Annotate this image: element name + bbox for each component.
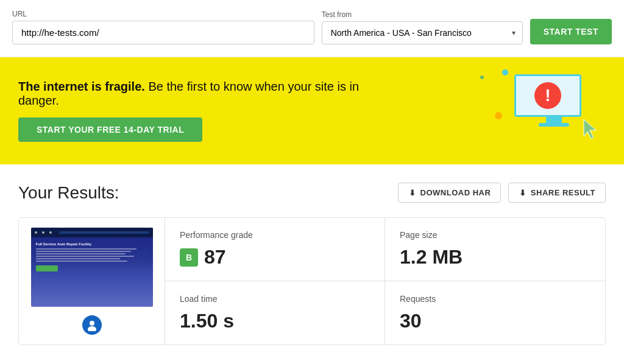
test-from-label: Test from (322, 10, 523, 19)
metrics-grid: Performance grade B 87 Page size 1.2 MB … (165, 218, 605, 345)
cursor-icon (581, 118, 600, 142)
site-name-text: Full Service Auto Repair Facility (36, 242, 148, 246)
requests-number: 30 (400, 310, 422, 332)
test-from-group: Test from North America - USA - San Fran… (322, 10, 523, 44)
text-line (36, 261, 128, 262)
svg-marker-0 (584, 119, 596, 139)
page-size-cell: Page size 1.2 MB (385, 218, 605, 281)
header-section: URL Test from North America - USA - San … (0, 0, 624, 57)
monitor-screen: ! (514, 74, 581, 117)
grade-badge: B (180, 248, 198, 267)
load-time-number: 1.50 s (180, 310, 234, 332)
text-line (36, 256, 135, 257)
share-icon: ⬆ (519, 188, 526, 197)
results-header: Your Results: ⬆ DOWNLOAD HAR ⬆ SHARE RES… (18, 183, 606, 203)
nav-dot (42, 231, 44, 234)
site-screenshot: Full Service Auto Repair Facility (31, 228, 153, 307)
download-har-button[interactable]: ⬆ DOWNLOAD HAR (398, 183, 501, 203)
banner-text: The internet is fragile. Be the first to… (18, 80, 384, 142)
banner-cta-button[interactable]: START YOUR FREE 14-DAY TRIAL (18, 117, 202, 142)
text-line (36, 248, 137, 250)
screenshot-button (36, 265, 58, 271)
monitor-stand (546, 117, 562, 123)
svg-point-2 (88, 326, 96, 331)
nav-dot (35, 231, 37, 234)
download-icon: ⬆ (408, 188, 416, 197)
monitor-base (539, 123, 569, 127)
text-line (36, 251, 131, 252)
performance-grade-cell: Performance grade B 87 (165, 218, 385, 281)
text-line (36, 258, 120, 259)
page-size-value: 1.2 MB (400, 246, 590, 268)
screenshot-nav-bar (31, 228, 153, 237)
results-title: Your Results: (18, 183, 119, 203)
load-time-label: Load time (180, 294, 370, 304)
page-size-number: 1.2 MB (400, 246, 463, 268)
start-test-button[interactable]: START TEST (530, 19, 612, 44)
svg-point-1 (90, 321, 94, 326)
banner-illustration: ! (484, 74, 606, 147)
url-input[interactable] (12, 21, 314, 44)
nav-logo-bar (59, 231, 149, 234)
banner-headline: The internet is fragile. Be the first to… (18, 80, 384, 108)
banner-section: The internet is fragile. Be the first to… (0, 57, 624, 164)
requests-value: 30 (400, 310, 590, 332)
url-label: URL (12, 10, 314, 18)
url-group: URL (12, 10, 314, 44)
load-time-cell: Load time 1.50 s (165, 281, 385, 345)
load-time-value: 1.50 s (180, 310, 370, 332)
share-result-button[interactable]: ⬆ SHARE RESULT (508, 183, 606, 203)
warning-icon: ! (534, 82, 561, 109)
test-from-select[interactable]: North America - USA - San Francisco Euro… (322, 21, 523, 44)
test-from-select-wrapper: North America - USA - San Francisco Euro… (322, 21, 523, 44)
avatar (82, 315, 102, 335)
performance-grade-label: Performance grade (180, 230, 370, 240)
screenshot-cell: Full Service Auto Repair Facility (19, 218, 165, 345)
page-size-label: Page size (400, 230, 590, 240)
requests-cell: Requests 30 (385, 281, 605, 345)
performance-grade-number: 87 (204, 246, 226, 268)
requests-label: Requests (400, 294, 590, 304)
share-result-label: SHARE RESULT (531, 188, 595, 197)
performance-grade-value: B 87 (180, 246, 370, 268)
results-actions: ⬆ DOWNLOAD HAR ⬆ SHARE RESULT (398, 183, 606, 203)
screenshot-content: Full Service Auto Repair Facility (31, 237, 153, 276)
nav-dot (49, 231, 52, 234)
results-section: Your Results: ⬆ DOWNLOAD HAR ⬆ SHARE RES… (0, 164, 624, 363)
results-grid: Full Service Auto Repair Facility (18, 217, 606, 345)
download-har-label: DOWNLOAD HAR (420, 188, 491, 197)
text-line (36, 253, 126, 254)
